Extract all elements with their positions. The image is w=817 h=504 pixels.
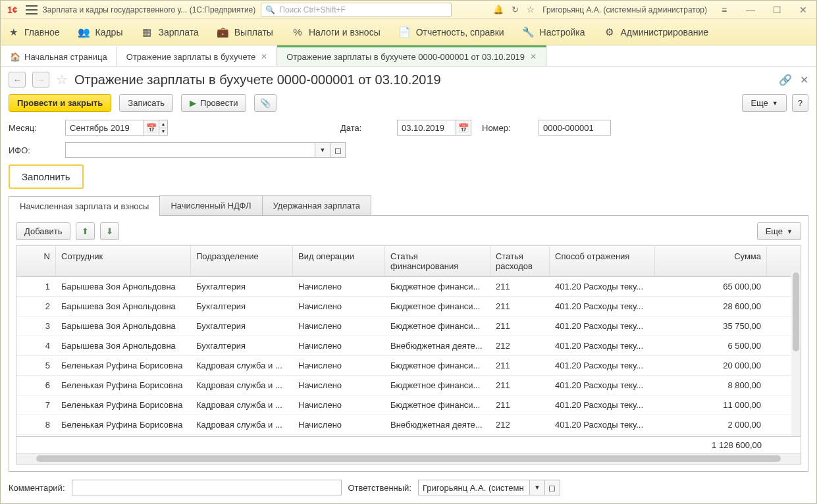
table-row[interactable]: 2Барышева Зоя АрнольдовнаБухгалтерияНачи… xyxy=(16,297,801,316)
pane-more-button[interactable]: Еще▼ xyxy=(757,222,801,240)
title-bar: 1¢ Зарплата и кадры государственного у..… xyxy=(1,1,816,19)
current-user[interactable]: Григорьянц А.А. (системный администратор… xyxy=(542,5,707,14)
link-icon[interactable]: 🔗 xyxy=(779,74,792,86)
nav-vyplaty[interactable]: 💼Выплаты xyxy=(217,26,273,38)
close-window-button[interactable]: ✕ xyxy=(794,5,812,15)
gear-icon: ⚙ xyxy=(604,26,616,38)
grid-header: N Сотрудник Подразделение Вид операции С… xyxy=(16,246,801,277)
menu-icon[interactable] xyxy=(26,5,38,14)
number-input[interactable]: 0000-000001 xyxy=(539,120,611,136)
save-label: Записать xyxy=(128,98,165,108)
month-spinner[interactable]: ▲▼ xyxy=(159,120,168,136)
bell-icon[interactable]: 🔔 xyxy=(493,5,504,14)
tab-home[interactable]: 🏠Начальная страница xyxy=(1,45,117,66)
vertical-scrollbar[interactable] xyxy=(791,270,801,436)
move-down-button[interactable]: ⬇ xyxy=(100,222,119,240)
nav-main[interactable]: ★Главное xyxy=(7,26,60,38)
col-expense[interactable]: Статья расходов xyxy=(490,246,550,276)
nav-otchet[interactable]: 📄Отчетность, справки xyxy=(399,26,504,38)
nav-zarplata-label: Зарплата xyxy=(158,27,198,38)
post-button[interactable]: ▶Провести xyxy=(181,94,247,112)
tabs-bar: 🏠Начальная страница Отражение зарплаты в… xyxy=(1,45,816,66)
wrench-icon: 🔧 xyxy=(523,26,535,38)
table-row[interactable]: 3Барышева Зоя АрнольдовнаБухгалтерияНачи… xyxy=(16,316,801,336)
table-row[interactable]: 4Барышева Зоя АрнольдовнаБухгалтерияНачи… xyxy=(16,336,801,356)
tab-reflection-doc[interactable]: Отражение зарплаты в бухучете 0000-00000… xyxy=(277,45,546,66)
history-icon[interactable]: ↻ xyxy=(512,5,519,14)
percent-icon: % xyxy=(292,26,303,38)
month-input[interactable]: Сентябрь 2019 xyxy=(65,120,144,136)
subtab-withheld[interactable]: Удержанная зарплата xyxy=(262,195,371,215)
post-and-close-button[interactable]: Провести и закрыть xyxy=(9,94,111,112)
ifo-label: ИФО: xyxy=(9,145,55,155)
horizontal-scrollbar[interactable] xyxy=(16,453,801,464)
col-reflection[interactable]: Способ отражения xyxy=(550,246,655,276)
open-icon[interactable]: ◻ xyxy=(330,142,346,158)
wallet-icon: 💼 xyxy=(217,26,229,38)
calendar-icon[interactable]: 📅 xyxy=(456,120,471,136)
form-row-2: ИФО: ▼ ◻ xyxy=(9,142,808,158)
close-doc-button[interactable]: ✕ xyxy=(800,74,808,86)
table-row[interactable]: 6Беленькая Руфина БорисовнаКадровая служ… xyxy=(16,376,801,395)
grid-body[interactable]: 1Барышева Зоя АрнольдовнаБухгалтерияНачи… xyxy=(16,277,801,436)
comment-label: Комментарий: xyxy=(9,483,65,493)
nav-nastroyka[interactable]: 🔧Настройка xyxy=(523,26,585,38)
back-button[interactable]: ← xyxy=(9,72,26,88)
col-sum[interactable]: Сумма xyxy=(655,246,767,276)
nav-kadry[interactable]: 👥Кадры xyxy=(78,26,123,38)
date-input[interactable]: 03.10.2019 xyxy=(397,120,456,136)
fill-button[interactable]: Заполнить xyxy=(9,164,84,189)
col-operation[interactable]: Вид операции xyxy=(293,246,385,276)
more-button[interactable]: Еще▼ xyxy=(742,94,786,112)
subtab-accrued[interactable]: Начисленная зарплата и взносы xyxy=(9,196,160,216)
pane-more-label: Еще xyxy=(766,226,783,236)
table-row[interactable]: 7Беленькая Руфина БорисовнаКадровая служ… xyxy=(16,395,801,415)
dropdown-icon[interactable]: ▼ xyxy=(529,480,545,495)
subtab-ndfl[interactable]: Начисленный НДФЛ xyxy=(159,195,262,215)
table-row[interactable]: 5Беленькая Руфина БорисовнаКадровая служ… xyxy=(16,356,801,376)
col-financing[interactable]: Статья финансирования xyxy=(385,246,490,276)
settings-icon[interactable]: ≡ xyxy=(715,5,733,15)
grid-total: 1 128 600,00 xyxy=(655,440,767,450)
nav-admin[interactable]: ⚙Администрирование xyxy=(604,26,709,38)
forward-button[interactable]: → xyxy=(32,72,49,88)
favorite-icon[interactable]: ☆ xyxy=(56,72,68,88)
col-employee[interactable]: Сотрудник xyxy=(56,246,191,276)
ifo-input[interactable] xyxy=(65,142,315,158)
save-button[interactable]: Записать xyxy=(119,94,173,112)
minimize-button[interactable]: — xyxy=(741,5,760,15)
maximize-button[interactable]: ☐ xyxy=(768,5,786,15)
paperclip-icon: 📎 xyxy=(260,98,271,108)
help-button[interactable]: ? xyxy=(792,94,808,112)
nav-zarplata[interactable]: ▦Зарплата xyxy=(141,26,198,38)
subtab-1-label: Начисленная зарплата и взносы xyxy=(20,201,149,211)
calendar-icon[interactable]: 📅 xyxy=(144,120,159,136)
chevron-down-icon: ▼ xyxy=(772,100,778,107)
nav-nalogi[interactable]: %Налоги и взносы xyxy=(292,26,381,38)
close-icon[interactable]: ✕ xyxy=(261,52,267,61)
fill-label: Заполнить xyxy=(22,171,70,182)
move-up-button[interactable]: ⬆ xyxy=(76,222,95,240)
tab-1-label: Отражение зарплаты в бухучете xyxy=(126,52,255,62)
date-value: 03.10.2019 xyxy=(402,123,444,133)
grid: N Сотрудник Подразделение Вид операции С… xyxy=(16,245,801,465)
dropdown-icon[interactable]: ▼ xyxy=(315,142,330,158)
global-search[interactable]: 🔍 Поиск Ctrl+Shift+F xyxy=(261,3,452,17)
content: ← → ☆ Отражение зарплаты в бухучете 0000… xyxy=(1,66,816,503)
col-n[interactable]: N xyxy=(16,246,56,276)
comment-input[interactable] xyxy=(72,480,342,495)
date-label: Дата: xyxy=(340,123,386,133)
responsible-label: Ответственный: xyxy=(348,483,411,493)
add-button[interactable]: Добавить xyxy=(16,222,70,240)
responsible-input[interactable]: Григорьянц А.А. (системн xyxy=(418,480,530,495)
table-row[interactable]: 8Беленькая Руфина БорисовнаКадровая служ… xyxy=(16,415,801,435)
star-icon[interactable]: ☆ xyxy=(527,5,535,14)
close-icon[interactable]: ✕ xyxy=(530,52,537,61)
open-icon[interactable]: ◻ xyxy=(544,480,560,495)
col-department[interactable]: Подразделение xyxy=(191,246,293,276)
tab-reflection-list[interactable]: Отражение зарплаты в бухучете✕ xyxy=(117,45,277,66)
number-value: 0000-000001 xyxy=(543,123,594,133)
attach-button[interactable]: 📎 xyxy=(254,94,277,112)
table-row[interactable]: 1Барышева Зоя АрнольдовнаБухгалтерияНачи… xyxy=(16,277,801,297)
nav-kadry-label: Кадры xyxy=(95,27,123,38)
